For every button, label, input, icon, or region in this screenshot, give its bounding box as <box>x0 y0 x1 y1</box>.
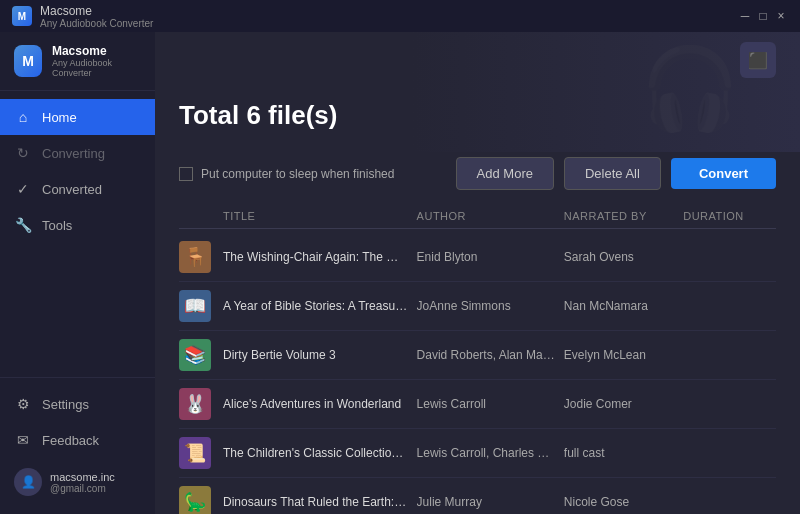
row-author: Lewis Carroll, Charles Perrault,... <box>417 446 556 460</box>
row-thumbnail: 🪑 <box>179 241 211 273</box>
table-rows: 🪑 The Wishing-Chair Again: The Wishing-C… <box>179 233 776 514</box>
sleep-checkbox[interactable] <box>179 167 193 181</box>
user-profile[interactable]: 👤 macsome.inc @gmail.com <box>0 458 155 506</box>
row-thumbnail: 📜 <box>179 437 211 469</box>
table-row[interactable]: 🐰 Alice's Adventures in Wonderland Lewis… <box>179 380 776 429</box>
content-header: Total 6 file(s) <box>155 82 800 157</box>
screenshot-button[interactable]: ⬛ <box>740 42 776 78</box>
row-narrator: full cast <box>564 446 675 460</box>
row-narrator: Jodie Comer <box>564 397 675 411</box>
user-email: @gmail.com <box>50 483 115 494</box>
user-info: macsome.inc @gmail.com <box>50 471 115 494</box>
row-title: Alice's Adventures in Wonderland <box>223 397 409 411</box>
row-author: JoAnne Simmons <box>417 299 556 313</box>
row-title: Dirty Bertie Volume 3 <box>223 348 409 362</box>
maximize-button[interactable]: □ <box>756 9 770 23</box>
convert-button[interactable]: Convert <box>671 158 776 189</box>
col-header-title: TITLE <box>223 210 409 222</box>
header-top: ⬛ <box>155 32 800 78</box>
home-icon: ⌂ <box>14 109 32 125</box>
page-title: Total 6 file(s) <box>179 100 776 131</box>
row-narrator: Nicole Gose <box>564 495 675 509</box>
sleep-checkbox-label[interactable]: Put computer to sleep when finished <box>179 167 446 181</box>
row-title: Dinosaurs That Ruled the Earth: History … <box>223 495 409 509</box>
sidebar-item-home[interactable]: ⌂ Home <box>0 99 155 135</box>
tools-icon: 🔧 <box>14 217 32 233</box>
nav-converted-label: Converted <box>42 182 102 197</box>
col-header-thumb <box>179 210 215 222</box>
converted-icon: ✓ <box>14 181 32 197</box>
col-header-author: Author <box>417 210 556 222</box>
window-controls[interactable]: ─ □ × <box>738 9 788 23</box>
sidebar: M Macsome Any Audiobook Converter ⌂ Home… <box>0 32 155 514</box>
sidebar-item-converting: ↻ Converting <box>0 135 155 171</box>
close-button[interactable]: × <box>774 9 788 23</box>
row-narrator: Evelyn McLean <box>564 348 675 362</box>
feedback-icon: ✉ <box>14 432 32 448</box>
nav-converting-label: Converting <box>42 146 105 161</box>
row-author: Julie Murray <box>417 495 556 509</box>
row-title: The Wishing-Chair Again: The Wishing-C..… <box>223 250 409 264</box>
nav-settings-label: Settings <box>42 397 89 412</box>
user-name: macsome.inc <box>50 471 115 483</box>
logo-text: Macsome Any Audiobook Converter <box>52 44 141 78</box>
nav-feedback-label: Feedback <box>42 433 99 448</box>
nav-tools-label: Tools <box>42 218 72 233</box>
content-inner: ⬛ Total 6 file(s) Put computer to sleep … <box>155 32 800 514</box>
title-bar-left: M Macsome Any Audiobook Converter <box>12 4 153 29</box>
sidebar-item-tools[interactable]: 🔧 Tools <box>0 207 155 243</box>
row-author: Lewis Carroll <box>417 397 556 411</box>
avatar: 👤 <box>14 468 42 496</box>
app-icon: M <box>12 6 32 26</box>
minimize-button[interactable]: ─ <box>738 9 752 23</box>
row-thumbnail: 🦕 <box>179 486 211 514</box>
title-bar: M Macsome Any Audiobook Converter ─ □ × <box>0 0 800 32</box>
table-row[interactable]: 🪑 The Wishing-Chair Again: The Wishing-C… <box>179 233 776 282</box>
sidebar-item-feedback[interactable]: ✉ Feedback <box>0 422 155 458</box>
file-table: TITLE Author Narrated by DURATION 🪑 The … <box>155 204 800 514</box>
content-area: ⬛ Total 6 file(s) Put computer to sleep … <box>155 32 800 514</box>
app-subtitle: Any Audiobook Converter <box>40 18 153 29</box>
sidebar-item-converted[interactable]: ✓ Converted <box>0 171 155 207</box>
sidebar-logo: M Macsome Any Audiobook Converter <box>0 32 155 91</box>
table-header: TITLE Author Narrated by DURATION <box>179 204 776 229</box>
title-bar-app-info: Macsome Any Audiobook Converter <box>40 4 153 29</box>
converting-icon: ↻ <box>14 145 32 161</box>
table-row[interactable]: 📚 Dirty Bertie Volume 3 David Roberts, A… <box>179 331 776 380</box>
nav-home-label: Home <box>42 110 77 125</box>
row-author: Enid Blyton <box>417 250 556 264</box>
sidebar-item-settings[interactable]: ⚙ Settings <box>0 386 155 422</box>
row-title: A Year of Bible Stories: A Treasury of 4… <box>223 299 409 313</box>
sidebar-bottom: ⚙ Settings ✉ Feedback 👤 macsome.inc @gma… <box>0 377 155 514</box>
logo-icon: M <box>14 45 42 77</box>
table-row[interactable]: 📜 The Children's Classic Collection, Vol… <box>179 429 776 478</box>
row-narrator: Sarah Ovens <box>564 250 675 264</box>
main-layout: M Macsome Any Audiobook Converter ⌂ Home… <box>0 32 800 514</box>
delete-all-button[interactable]: Delete All <box>564 157 661 190</box>
row-title: The Children's Classic Collection, Vol. … <box>223 446 409 460</box>
row-thumbnail: 📖 <box>179 290 211 322</box>
table-row[interactable]: 🦕 Dinosaurs That Ruled the Earth: Histor… <box>179 478 776 514</box>
logo-subtitle: Any Audiobook Converter <box>52 58 141 78</box>
sleep-checkbox-text: Put computer to sleep when finished <box>201 167 394 181</box>
add-more-button[interactable]: Add More <box>456 157 554 190</box>
action-bar: Put computer to sleep when finished Add … <box>155 157 800 204</box>
logo-name: Macsome <box>52 44 141 58</box>
row-thumbnail: 📚 <box>179 339 211 371</box>
row-narrator: Nan McNamara <box>564 299 675 313</box>
app-name: Macsome <box>40 4 153 18</box>
settings-icon: ⚙ <box>14 396 32 412</box>
col-header-duration: DURATION <box>683 210 776 222</box>
col-header-narrator: Narrated by <box>564 210 675 222</box>
row-thumbnail: 🐰 <box>179 388 211 420</box>
nav-menu: ⌂ Home ↻ Converting ✓ Converted 🔧 Tools <box>0 91 155 377</box>
row-author: David Roberts, Alan MacDonald <box>417 348 556 362</box>
table-row[interactable]: 📖 A Year of Bible Stories: A Treasury of… <box>179 282 776 331</box>
